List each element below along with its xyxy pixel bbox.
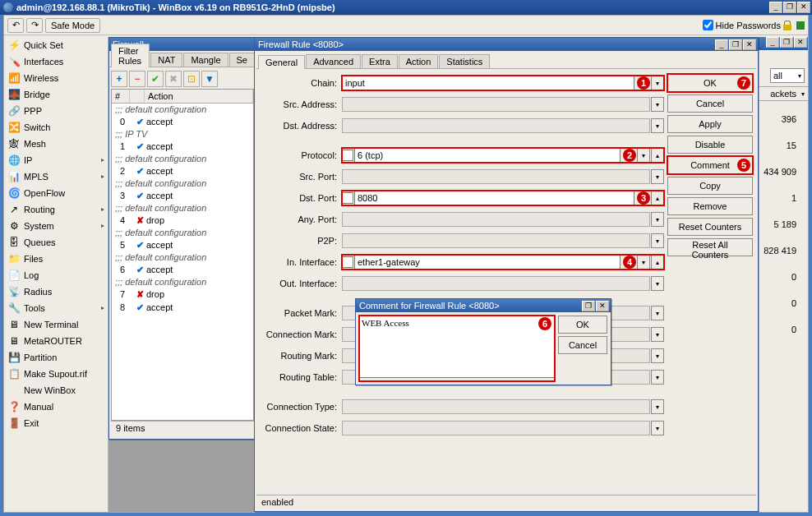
nav-item-exit[interactable]: 🚪Exit (4, 415, 108, 431)
nav-item-make-supout.rif[interactable]: 📋Make Supout.rif (4, 366, 108, 382)
expand-button[interactable]: ▾ (651, 212, 664, 227)
nav-item-quick-set[interactable]: ⚡Quick Set (4, 37, 108, 53)
rule-restore-button[interactable]: ❐ (729, 39, 742, 50)
nav-item-openflow[interactable]: 🌀OpenFlow (4, 185, 108, 201)
column-menu-icon[interactable]: ▾ (798, 90, 808, 98)
dropdown-button[interactable]: ▾ (637, 148, 650, 163)
table-row[interactable]: 3✔ accept (112, 189, 253, 202)
negate-checkbox[interactable] (342, 150, 353, 161)
nav-item-mesh[interactable]: 🕸Mesh (4, 136, 108, 152)
tab-extra[interactable]: Extra (362, 54, 398, 68)
tab-nat[interactable]: NAT (150, 53, 182, 67)
nav-item-interfaces[interactable]: 🪛Interfaces (4, 53, 108, 70)
disable-button[interactable]: Disable (667, 136, 753, 154)
chain-input[interactable] (342, 76, 634, 90)
table-row[interactable]: 8✔ accept (112, 301, 253, 314)
expand-button[interactable]: ▾ (651, 233, 664, 248)
firewall-grid[interactable]: # Action ;;; default configuration0✔ acc… (111, 89, 254, 421)
dst_port-input[interactable] (354, 191, 634, 205)
comment-cancel-button[interactable]: Cancel (558, 336, 607, 354)
minimize-button[interactable]: _ (769, 2, 782, 13)
table-row[interactable]: 4✘ drop (112, 214, 253, 227)
nav-item-new-terminal[interactable]: 🖥New Terminal (4, 316, 108, 333)
filter-button[interactable]: ▼ (201, 71, 218, 87)
expand-button[interactable]: ▾ (651, 276, 664, 291)
collapse-button[interactable]: ▴ (651, 255, 664, 270)
table-row[interactable]: 1✔ accept (112, 140, 253, 153)
col-action[interactable]: Action (145, 90, 253, 103)
nav-item-bridge[interactable]: 🌉Bridge (4, 86, 108, 103)
table-row[interactable]: 7✘ drop (112, 288, 253, 301)
comment-close-button[interactable]: ✕ (596, 301, 609, 311)
expand-button[interactable]: ▾ (651, 348, 664, 363)
nav-item-tools[interactable]: 🔧Tools▸ (4, 300, 108, 316)
bg-close-button[interactable]: ✕ (794, 37, 807, 48)
chevron-down-icon[interactable]: ▾ (798, 72, 801, 80)
nav-item-ppp[interactable]: 🔗PPP (4, 103, 108, 119)
redo-button[interactable]: ↷ (26, 18, 43, 33)
table-row[interactable]: 5✔ accept (112, 238, 253, 251)
dropdown-button[interactable]: ▾ (637, 255, 650, 270)
expand-button[interactable]: ▾ (651, 421, 664, 435)
expand-button[interactable]: ▾ (651, 118, 664, 133)
nav-item-metarouter[interactable]: 🖥MetaROUTER (4, 333, 108, 349)
comment-ok-button[interactable]: OK (558, 316, 607, 334)
collapse-button[interactable]: ▴ (651, 191, 664, 205)
nav-item-manual[interactable]: ❓Manual (4, 399, 108, 415)
nav-item-radius[interactable]: 📡Radius (4, 283, 108, 300)
enable-button[interactable]: ✔ (147, 71, 164, 87)
expand-button[interactable]: ▾ (651, 327, 664, 342)
copy-button[interactable]: Copy (667, 177, 753, 195)
restore-button[interactable]: ❐ (783, 2, 796, 13)
packets-row[interactable]: 434 909 (751, 167, 808, 180)
nav-item-system[interactable]: ⚙System▸ (4, 218, 108, 234)
collapse-button[interactable]: ▴ (651, 148, 664, 163)
tab-mangle[interactable]: Mangle (183, 53, 228, 67)
packets-row[interactable]: 5 189 (751, 219, 808, 233)
packets-row[interactable]: 0 (751, 325, 808, 338)
nav-item-new-winbox[interactable]: New WinBox (4, 382, 108, 399)
hide-passwords-checkbox[interactable] (703, 20, 713, 30)
nav-item-switch[interactable]: 🔀Switch (4, 119, 108, 136)
tab-action[interactable]: Action (399, 54, 439, 68)
col-num[interactable]: # (112, 90, 130, 103)
nav-item-wireless[interactable]: 📶Wireless (4, 70, 108, 86)
expand-button[interactable]: ▾ (651, 306, 664, 320)
comment-button[interactable]: ⊡ (183, 71, 200, 87)
tab-statistics[interactable]: Statistics (439, 54, 490, 68)
rule-close-button[interactable]: ✕ (743, 39, 756, 50)
packets-row[interactable]: 828 419 (751, 246, 808, 259)
nav-item-routing[interactable]: ↗Routing▸ (4, 201, 108, 218)
tab-general[interactable]: General (258, 55, 305, 69)
remove-button[interactable]: Remove (667, 197, 753, 215)
disable-button[interactable]: ✖ (165, 71, 182, 87)
packets-row[interactable]: 15 (751, 141, 808, 154)
comment-textarea[interactable] (359, 316, 555, 378)
remove-button[interactable]: − (129, 71, 145, 87)
undo-button[interactable]: ↶ (7, 18, 24, 33)
nav-item-partition[interactable]: 💾Partition (4, 349, 108, 366)
nav-item-log[interactable]: 📄Log (4, 267, 108, 283)
rule-minimize-button[interactable]: _ (715, 39, 728, 50)
safe-mode-button[interactable]: Safe Mode (45, 18, 100, 33)
nav-item-files[interactable]: 📁Files (4, 251, 108, 267)
packets-row[interactable]: 396 (751, 114, 808, 127)
table-row[interactable]: 2✔ accept (112, 164, 253, 177)
reset-all-counters-button[interactable]: Reset All Counters (667, 238, 753, 256)
comment-button[interactable]: Comment 5 (667, 156, 753, 174)
table-row[interactable]: 6✔ accept (112, 263, 253, 276)
expand-button[interactable]: ▾ (651, 97, 664, 112)
col-blank[interactable] (130, 90, 145, 103)
in_if-input[interactable] (354, 255, 621, 270)
ok-button[interactable]: OK 7 (667, 74, 753, 92)
nav-item-mpls[interactable]: 📊MPLS▸ (4, 168, 108, 185)
apply-button[interactable]: Apply (667, 115, 753, 133)
table-row[interactable]: 0✔ accept (112, 115, 253, 128)
negate-checkbox[interactable] (342, 192, 353, 204)
reset-counters-button[interactable]: Reset Counters (667, 218, 753, 236)
cancel-button[interactable]: Cancel (667, 94, 753, 113)
negate-checkbox[interactable] (342, 256, 353, 268)
comment-restore-button[interactable]: ❐ (582, 301, 595, 311)
nav-item-queues[interactable]: 🗄Queues (4, 234, 108, 251)
bg-minimize-button[interactable]: _ (766, 37, 779, 48)
